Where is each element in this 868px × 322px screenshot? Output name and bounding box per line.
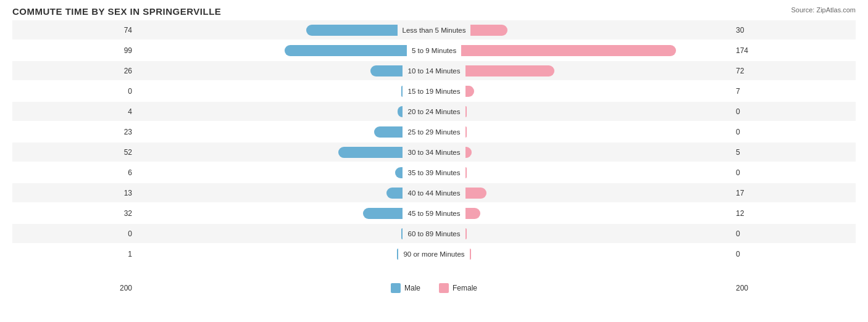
female-value: 0 — [732, 229, 856, 238]
female-bar — [465, 167, 467, 178]
bars-center: 25 to 29 Minutes — [136, 122, 732, 141]
female-bar — [465, 106, 467, 117]
chart-row: 6 35 to 39 Minutes 0 — [12, 163, 856, 182]
female-bar — [470, 249, 471, 260]
male-bar-wrap — [136, 146, 403, 159]
male-value: 0 — [12, 229, 136, 238]
bars-center: 90 or more Minutes — [136, 244, 732, 263]
bars-center: 35 to 39 Minutes — [136, 163, 732, 182]
male-bar — [338, 147, 403, 158]
female-bar — [465, 188, 486, 199]
female-value: 72 — [732, 67, 856, 75]
female-value: 7 — [732, 87, 856, 96]
row-label: Less than 5 Minutes — [398, 27, 471, 34]
female-value: 0 — [732, 250, 856, 258]
chart-area: 74 Less than 5 Minutes 30 99 5 to 9 Minu… — [12, 20, 856, 279]
male-bar — [398, 106, 403, 117]
bars-center: Less than 5 Minutes — [136, 20, 732, 39]
male-bar — [285, 45, 407, 56]
male-bar-wrap — [136, 247, 398, 261]
male-value: 26 — [12, 67, 136, 75]
female-legend-label: Female — [453, 284, 477, 292]
row-label: 60 to 89 Minutes — [403, 230, 465, 237]
chart-row: 0 15 to 19 Minutes 7 — [12, 81, 856, 101]
female-bar — [470, 25, 507, 36]
chart-row: 13 40 to 44 Minutes 17 — [12, 183, 856, 202]
female-bar — [465, 65, 554, 76]
male-value: 32 — [12, 209, 136, 218]
axis-label-right: 200 — [732, 284, 856, 292]
chart-row: 4 20 to 24 Minutes 0 — [12, 102, 856, 121]
male-value: 23 — [12, 128, 136, 136]
male-bar — [306, 25, 398, 36]
bars-center: 40 to 44 Minutes — [136, 183, 732, 202]
legend-male: Male — [391, 283, 420, 293]
male-bar — [386, 188, 403, 199]
legend-center: Male Female — [136, 283, 732, 293]
female-bar — [465, 126, 467, 138]
male-value: 74 — [12, 26, 136, 35]
male-bar — [374, 126, 403, 138]
female-bar — [465, 228, 467, 239]
row-label: 20 to 24 Minutes — [403, 108, 465, 115]
source-label: Source: ZipAtlas.com — [791, 6, 856, 14]
chart-row: 23 25 to 29 Minutes 0 — [12, 122, 856, 141]
male-bar — [395, 167, 403, 178]
female-bar-wrap — [465, 227, 732, 241]
legend-area: 200 Male Female 200 — [12, 283, 856, 293]
female-value: 0 — [732, 107, 856, 116]
legend-female: Female — [439, 283, 477, 293]
chart-row: 26 10 to 14 Minutes 72 — [12, 61, 856, 80]
chart-container: COMMUTE TIME BY SEX IN SPRINGERVILLE Sou… — [0, 0, 868, 322]
row-label: 40 to 44 Minutes — [403, 189, 465, 197]
bars-center: 5 to 9 Minutes — [136, 41, 732, 60]
female-bar-wrap — [465, 146, 732, 159]
male-legend-box — [391, 283, 401, 293]
female-value: 0 — [732, 168, 856, 177]
male-value: 13 — [12, 189, 136, 197]
bars-center: 20 to 24 Minutes — [136, 102, 732, 121]
female-bar — [461, 45, 676, 56]
male-value: 0 — [12, 87, 136, 96]
chart-row: 32 45 to 59 Minutes 12 — [12, 204, 856, 223]
female-bar-wrap — [465, 64, 732, 78]
female-value: 5 — [732, 148, 856, 157]
male-value: 4 — [12, 107, 136, 116]
female-bar-wrap — [465, 105, 732, 118]
bars-center: 45 to 59 Minutes — [136, 204, 732, 223]
male-value: 6 — [12, 168, 136, 177]
male-bar-wrap — [136, 105, 403, 118]
male-bar-wrap — [136, 207, 403, 220]
female-bar-wrap — [465, 207, 732, 220]
axis-label-left: 200 — [12, 284, 136, 292]
female-bar — [465, 86, 474, 97]
row-label: 5 to 9 Minutes — [407, 47, 461, 54]
female-value: 12 — [732, 209, 856, 218]
female-bar-wrap — [465, 125, 732, 139]
male-bar — [363, 208, 403, 219]
row-label: 30 to 34 Minutes — [403, 149, 465, 156]
female-value: 17 — [732, 189, 856, 197]
bars-center: 15 to 19 Minutes — [136, 81, 732, 101]
female-legend-box — [439, 283, 449, 293]
row-label: 15 to 19 Minutes — [403, 88, 465, 95]
male-bar-wrap — [136, 23, 398, 37]
female-bar-wrap — [470, 247, 732, 261]
chart-row: 0 60 to 89 Minutes 0 — [12, 224, 856, 243]
male-value: 99 — [12, 46, 136, 55]
row-label: 25 to 29 Minutes — [403, 128, 465, 136]
female-value: 174 — [732, 46, 856, 55]
female-bar-wrap — [465, 186, 732, 200]
male-bar-wrap — [136, 227, 403, 241]
female-bar-wrap — [470, 23, 732, 37]
row-label: 90 or more Minutes — [398, 250, 469, 258]
row-label: 35 to 39 Minutes — [403, 169, 465, 176]
male-bar-wrap — [136, 125, 403, 139]
chart-title: COMMUTE TIME BY SEX IN SPRINGERVILLE — [12, 6, 856, 17]
male-bar-wrap — [136, 64, 403, 78]
male-legend-label: Male — [404, 284, 420, 292]
female-value: 30 — [732, 26, 856, 35]
female-value: 0 — [732, 128, 856, 136]
chart-row: 1 90 or more Minutes 0 — [12, 244, 856, 263]
chart-row: 74 Less than 5 Minutes 30 — [12, 20, 856, 39]
